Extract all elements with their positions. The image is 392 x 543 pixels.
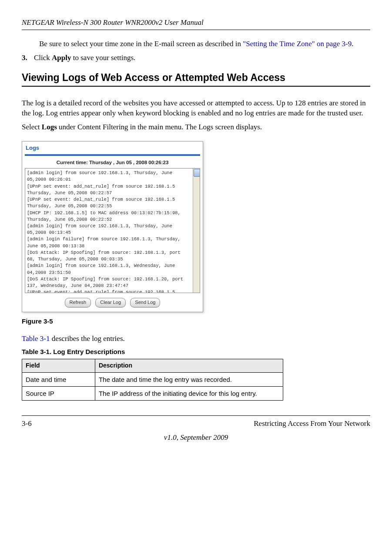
- log-line: [admin login] from source 192.168.1.3, W…: [27, 263, 191, 276]
- th-description: Description: [95, 359, 283, 373]
- paragraph-3: Table 3-1 describes the log entries.: [22, 334, 370, 344]
- log-line: [UPnP set event: add_nat_rule] from sour…: [27, 183, 191, 196]
- link-setting-time-zone[interactable]: "Setting the Time Zone" on page 3-9: [243, 40, 352, 48]
- footer-rule: [22, 415, 370, 416]
- header-rule: [22, 30, 370, 30]
- para2-pre: Select: [22, 123, 42, 131]
- figure-3-5: Logs Current time: Thursday , Jun 05 , 2…: [22, 141, 370, 312]
- cell-desc: The IP address of the initiating device …: [95, 387, 283, 401]
- refresh-button[interactable]: Refresh: [65, 298, 91, 307]
- step3-bold: Apply: [52, 54, 71, 62]
- table-row: Source IP The IP address of the initiati…: [22, 387, 283, 401]
- log-buttons-row: Refresh Clear Log Send Log: [22, 293, 203, 311]
- log-line: [DoS Attack: IP Spoofing] from source: 1…: [27, 250, 191, 263]
- page-footer: 3-6 Restricting Access From Your Network: [22, 418, 370, 429]
- cell-field: Source IP: [22, 387, 95, 401]
- logs-divider: [25, 154, 200, 156]
- cell-desc: The date and time the log entry was reco…: [95, 373, 283, 387]
- table-title: Table 3-1. Log Entry Descriptions: [22, 347, 370, 356]
- log-scrollbar[interactable]: [193, 169, 200, 293]
- figure-label: Figure 3-5: [22, 317, 370, 326]
- scrollbar-thumb[interactable]: [194, 169, 200, 177]
- clear-log-button[interactable]: Clear Log: [95, 298, 126, 307]
- log-line: [UPnP set event: add_nat_rule] from sour…: [27, 289, 191, 293]
- log-line: [DHCP IP: 192.168.1.5] to MAC address 00…: [27, 210, 191, 223]
- send-log-button[interactable]: Send Log: [130, 298, 160, 307]
- step3-pre: Click: [34, 54, 52, 62]
- para3-post: describes the log entries.: [50, 334, 124, 343]
- log-content: [admin login] from source 192.168.1.3, T…: [25, 169, 193, 293]
- log-line: [admin login] from source 192.168.1.3, T…: [27, 223, 191, 236]
- log-line: [UPnP set event: del_nat_rule] from sour…: [27, 196, 191, 209]
- table-row: Date and time The date and time the log …: [22, 373, 283, 387]
- log-entry-descriptions-table: Field Description Date and time The date…: [22, 359, 283, 401]
- para2-bold: Logs: [42, 123, 57, 131]
- manual-title: NETGEAR Wireless-N 300 Router WNR2000v2 …: [22, 17, 370, 28]
- log-line: [admin login] from source 192.168.1.3, T…: [27, 170, 191, 183]
- version-info: v1.0, September 2009: [22, 432, 370, 443]
- logs-heading: Logs: [22, 142, 203, 153]
- section-rule: [22, 86, 370, 87]
- page-number: 3-6: [22, 418, 32, 429]
- table-header-row: Field Description: [22, 359, 283, 373]
- log-line: [admin login failure] from source 192.16…: [27, 236, 191, 249]
- step-3: 3. Click Apply to save your settings.: [22, 53, 370, 63]
- intro-post: .: [352, 40, 353, 48]
- paragraph-1: The log is a detailed record of the webs…: [22, 98, 370, 119]
- current-time-label: Current time: Thursday , Jun 05 , 2008 0…: [22, 158, 203, 167]
- step3-post: to save your settings.: [71, 54, 136, 62]
- step-text: Click Apply to save your settings.: [34, 53, 135, 63]
- log-line: [DoS Attack: IP Spoofing] from source: 1…: [27, 276, 191, 289]
- logs-screenshot: Logs Current time: Thursday , Jun 05 , 2…: [22, 141, 203, 312]
- step-number: 3.: [22, 53, 34, 63]
- link-table-3-1[interactable]: Table 3-1: [22, 334, 50, 343]
- chapter-title: Restricting Access From Your Network: [254, 418, 370, 429]
- para2-post: under Content Filtering in the main menu…: [57, 123, 262, 131]
- th-field: Field: [22, 359, 95, 373]
- cell-field: Date and time: [22, 373, 95, 387]
- paragraph-2: Select Logs under Content Filtering in t…: [22, 122, 370, 132]
- intro-pre: Be sure to select your time zone in the …: [39, 40, 243, 48]
- log-textarea[interactable]: [admin login] from source 192.168.1.3, T…: [25, 168, 200, 293]
- intro-paragraph: Be sure to select your time zone in the …: [39, 39, 370, 49]
- section-heading: Viewing Logs of Web Access or Attempted …: [22, 71, 370, 84]
